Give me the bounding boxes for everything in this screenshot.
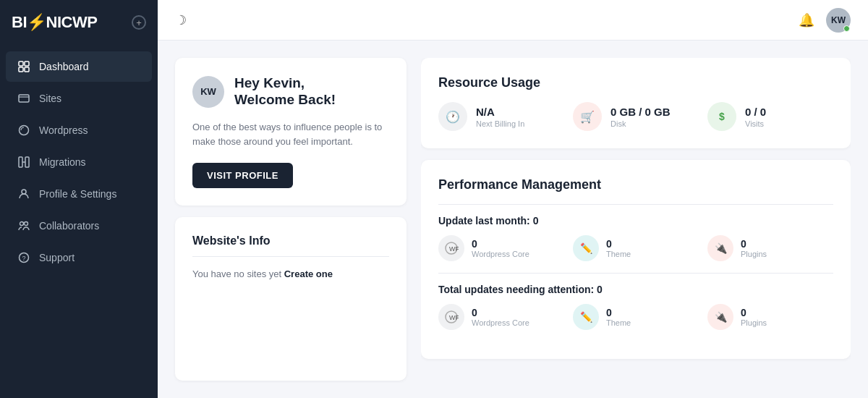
performance-title: Performance Management [438,177,833,192]
divider-1 [438,204,833,205]
main-area: ☽ 🔔 KW KW Hey Kevin, Welcome Back! [158,0,868,398]
resource-row: 🕐 N/A Next Billing In 🛒 0 GB / 0 GB Disk [438,102,833,131]
svg-text:WP: WP [449,314,459,321]
content-area: KW Hey Kevin, Welcome Back! One of the b… [158,41,868,398]
wp-core-info: 0 Wordpress Core [472,238,529,258]
theme-info: 0 Theme [606,238,631,258]
topbar-left: ☽ [175,12,187,28]
attention-theme-icon: ✏️ [573,304,599,330]
svg-rect-7 [19,157,22,167]
sidebar-label-profile: Profile & Settings [39,188,116,200]
add-site-icon[interactable]: + [132,15,146,30]
svg-rect-8 [25,157,29,167]
greeting-line1: Hey Kevin, [234,75,336,92]
user-avatar[interactable]: KW [826,8,851,33]
sidebar-item-migrations[interactable]: Migrations [6,147,152,177]
plugins-info: 0 Plugins [741,238,767,258]
svg-point-10 [22,190,26,194]
update-attention-label: Total updates needing attention: 0 [438,284,833,295]
welcome-avatar: KW [192,76,224,108]
sidebar-item-collaborators[interactable]: Collaborators [6,211,152,241]
svg-point-12 [25,222,28,226]
resource-billing: 🕐 N/A Next Billing In [438,102,564,131]
billing-icon: 🕐 [438,102,467,131]
collaborators-icon [17,219,30,232]
sidebar-item-support[interactable]: ? Support [6,242,152,273]
disk-label: Disk [610,119,671,128]
visits-info: 0 / 0 Visits [745,106,766,128]
welcome-text: Hey Kevin, Welcome Back! [234,75,336,109]
welcome-quote: One of the best ways to influence people… [192,120,389,151]
website-info-card: Website's Info You have no sites yet Cre… [175,217,407,381]
svg-rect-0 [19,62,23,66]
attention-plugin-icon: 🔌 [707,304,733,330]
left-column: KW Hey Kevin, Welcome Back! One of the b… [175,58,407,381]
sidebar: BI⚡NICWP + Dashboard Sites Wordpress [0,0,158,398]
migrations-icon [17,156,30,169]
attention-plugins-info: 0 Plugins [741,307,767,327]
online-indicator [843,25,850,32]
svg-text:?: ? [22,255,26,262]
sidebar-label-wordpress: Wordpress [39,124,88,136]
dashboard-icon [17,60,30,73]
sidebar-label-support: Support [39,252,75,263]
billing-label: Next Billing In [476,119,524,128]
svg-rect-1 [25,62,29,66]
update-wp-core: WP 0 Wordpress Core [438,235,564,261]
attention-wp-icon: WP [438,304,464,330]
resource-usage-title: Resource Usage [438,75,833,90]
sidebar-item-sites[interactable]: Sites [6,83,152,114]
attention-wp-info: 0 Wordpress Core [472,307,529,327]
update-last-month-label: Update last month: 0 [438,215,833,226]
visit-profile-button[interactable]: VISIT PROFILE [192,163,293,188]
sidebar-label-collaborators: Collaborators [39,220,99,232]
visits-label: Visits [745,119,766,128]
notification-bell-icon[interactable]: 🔔 [799,12,814,28]
topbar: ☽ 🔔 KW [158,0,868,41]
create-site-link[interactable]: Create one [284,268,333,279]
greeting-line2: Welcome Back! [234,92,336,109]
sidebar-item-dashboard[interactable]: Dashboard [6,51,152,82]
right-column: Resource Usage 🕐 N/A Next Billing In 🛒 0… [421,58,851,381]
theme-icon: ✏️ [573,235,599,261]
svg-point-11 [20,222,24,226]
update-attention-section: Total updates needing attention: 0 WP 0 … [438,284,833,330]
wp-core-icon: WP [438,235,464,261]
disk-info: 0 GB / 0 GB Disk [610,106,671,128]
disk-icon: 🛒 [573,102,602,131]
avatar-initials: KW [831,15,846,25]
billing-info: N/A Next Billing In [476,106,524,128]
sites-icon [17,92,30,105]
dark-mode-icon[interactable]: ☽ [175,12,187,28]
resource-usage-card: Resource Usage 🕐 N/A Next Billing In 🛒 0… [421,58,851,148]
update-plugins: 🔌 0 Plugins [707,235,833,261]
sidebar-item-profile-settings[interactable]: Profile & Settings [6,179,152,209]
plugin-icon: 🔌 [707,235,733,261]
attention-plugins: 🔌 0 Plugins [707,304,833,330]
topbar-right: 🔔 KW [799,8,851,33]
profile-icon [17,187,30,200]
sidebar-label-migrations: Migrations [39,156,86,168]
svg-text:WP: WP [449,245,459,253]
divider-2 [438,273,833,274]
logo-text: BI⚡NICWP [12,13,97,32]
welcome-header: KW Hey Kevin, Welcome Back! [192,75,389,109]
disk-value: 0 GB / 0 GB [610,106,671,118]
attention-theme: ✏️ 0 Theme [573,304,699,330]
welcome-card: KW Hey Kevin, Welcome Back! One of the b… [175,58,407,206]
no-sites-text: You have no sites yet Create one [192,268,389,279]
billing-value: N/A [476,106,524,118]
website-info-title: Website's Info [192,234,389,257]
update-last-month-items: WP 0 Wordpress Core ✏️ 0 Theme [438,235,833,261]
resource-disk: 🛒 0 GB / 0 GB Disk [573,102,699,131]
svg-rect-4 [19,95,29,102]
svg-rect-2 [19,67,23,72]
visits-value: 0 / 0 [745,106,766,118]
sidebar-nav: Dashboard Sites Wordpress Migrations Pro… [0,45,158,398]
sidebar-item-wordpress[interactable]: Wordpress [6,115,152,145]
logo-area: BI⚡NICWP + [0,0,158,45]
attention-theme-info: 0 Theme [606,307,631,327]
attention-wp-core: WP 0 Wordpress Core [438,304,564,330]
performance-card: Performance Management Update last month… [421,160,851,359]
sidebar-label-sites: Sites [39,93,61,104]
